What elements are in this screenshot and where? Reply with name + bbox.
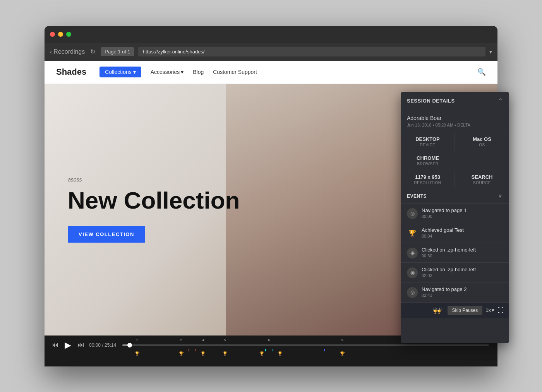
events-list: ◎ Navigated to page 1 00:00 🏆 Achieved g… xyxy=(401,204,509,302)
event-text-click1: Clicked on .zp-home-left 00:30 xyxy=(422,247,503,258)
skip-forward-button[interactable]: ⏭ xyxy=(76,340,86,350)
marker-5: 5 xyxy=(224,338,226,342)
blog-label: Blog xyxy=(193,69,204,75)
site-nav: Shades Collections ▾ Accessories ▾ Blog … xyxy=(45,61,497,84)
title-bar xyxy=(45,26,497,43)
refresh-button[interactable]: ↻ xyxy=(89,46,97,57)
close-button[interactable] xyxy=(50,32,55,37)
timeline-track[interactable]: 1 2 4 5 6 9 🏆 🏆 🏆 🏆 🏆 🏆 🏆 xyxy=(122,344,489,346)
panel-header: SESSION DETAILS ⌃ xyxy=(401,92,509,110)
url-bar[interactable]: https://zylker.online/shades/ xyxy=(138,47,485,56)
browser-dropdown-icon[interactable]: ▾ xyxy=(489,49,492,55)
total-time: 25:14 xyxy=(105,342,116,348)
spec-device: DESKTOP DEVICE xyxy=(401,132,455,151)
event-item-nav2[interactable]: ◎ Navigated to page 2 02:43 xyxy=(401,282,509,302)
support-label: Customer Support xyxy=(213,69,257,75)
event-trophy-1: 🏆 xyxy=(135,351,139,356)
event-item-goal[interactable]: 🏆 Achieved goal Test 00:04 xyxy=(401,223,509,243)
session-timezone: DELTA xyxy=(457,123,470,127)
device-value: DESKTOP xyxy=(407,136,448,142)
accessories-label: Accessories xyxy=(151,69,180,75)
os-value: Mac OS xyxy=(461,136,503,142)
browser-label: BROWSER xyxy=(407,162,449,166)
resolution-value: 1179 x 953 xyxy=(407,174,448,180)
current-time: 00:00 xyxy=(89,342,101,348)
click-marker-1 xyxy=(189,349,189,351)
skip-pauses-button[interactable]: Skip Pauses xyxy=(448,306,483,315)
speed-chevron-icon: ▾ xyxy=(492,307,494,313)
speed-control[interactable]: 1x ▾ xyxy=(485,307,494,313)
nav-blog[interactable]: Blog xyxy=(193,69,204,75)
event-text-nav2: Navigated to page 2 02:43 xyxy=(422,286,503,298)
event-time-goal: 00:04 xyxy=(422,234,503,238)
panel-collapse-button[interactable]: ⌃ xyxy=(498,97,503,104)
event-time-nav1: 00:00 xyxy=(422,214,503,219)
play-button[interactable]: ▶ xyxy=(63,339,73,351)
event-trophy-6: 🏆 xyxy=(278,351,282,356)
event-item-click1[interactable]: ◉ Clicked on .zp-home-left 00:30 xyxy=(401,243,509,263)
click-marker-3 xyxy=(265,349,266,351)
maximize-button[interactable] xyxy=(66,32,71,37)
spec-resolution: 1179 x 953 RESOLUTION xyxy=(401,170,455,189)
hero-content: asoss New Collection VIEW COLLECTION xyxy=(68,176,240,243)
skip-back-button[interactable]: ⏮ xyxy=(50,340,60,350)
event-name-click2: Clicked on .zp-home-left xyxy=(422,267,503,272)
view-collection-button[interactable]: VIEW COLLECTION xyxy=(68,226,145,243)
trophy-icon: 🏆 xyxy=(407,228,418,239)
session-date: Jun 13, 2018 xyxy=(407,123,432,127)
event-name-click1: Clicked on .zp-home-left xyxy=(422,247,503,253)
accessories-chevron-icon: ▾ xyxy=(181,69,184,75)
back-arrow-icon: ‹ xyxy=(50,48,52,55)
filter-icon[interactable]: ⛛ xyxy=(497,193,503,199)
spec-os: Mac OS OS xyxy=(455,132,509,151)
minimize-button[interactable] xyxy=(58,32,63,37)
event-trophy-4: 🏆 xyxy=(223,351,227,356)
event-item-nav1[interactable]: ◎ Navigated to page 1 00:00 xyxy=(401,204,509,223)
nav-accessories[interactable]: Accessories ▾ xyxy=(151,69,184,75)
hero-title: New Collection xyxy=(68,187,240,214)
events-title: EVENTS xyxy=(407,193,427,199)
search-icon[interactable]: 🔍 xyxy=(477,68,486,76)
session-time: 05:20 AM xyxy=(436,123,453,127)
session-panel: SESSION DETAILS ⌃ Adorable Boar Jun 13, … xyxy=(401,92,509,343)
back-button[interactable]: ‹ Recordings xyxy=(50,48,85,55)
spec-browser: CHROME BROWSER xyxy=(401,151,455,170)
resolution-label: RESOLUTION xyxy=(407,181,448,185)
collections-chevron-icon: ▾ xyxy=(133,69,136,75)
nav-collections[interactable]: Collections ▾ xyxy=(99,67,141,77)
marker-2: 2 xyxy=(180,338,182,342)
event-trophy-7: 🏆 xyxy=(340,351,345,356)
event-trophy-5: 🏆 xyxy=(259,351,264,356)
event-item-click2[interactable]: ◉ Clicked on .zp-home-left 02:03 xyxy=(401,263,509,282)
source-label: SOURCE xyxy=(461,181,503,185)
os-label: OS xyxy=(461,143,503,147)
spec-row2: 1179 x 953 RESOLUTION SEARCH SOURCE xyxy=(401,170,509,189)
mac-window: ‹ Recordings ↻ Page 1 of 1 https://zylke… xyxy=(45,26,497,366)
recordings-label: Recordings xyxy=(53,48,85,55)
marker-1: 1 xyxy=(136,338,138,342)
marker-4: 4 xyxy=(202,338,204,342)
event-time-click1: 00:30 xyxy=(422,253,503,258)
nav-icon: ◎ xyxy=(407,208,418,219)
click-icon-2: ◉ xyxy=(407,267,418,278)
time-display: 00:00 / 25:14 xyxy=(89,342,116,348)
session-info: Adorable Boar Jun 13, 2018 • 05:20 AM • … xyxy=(401,110,509,132)
spec-source: SEARCH SOURCE xyxy=(455,170,509,189)
hero-subtitle: asoss xyxy=(68,176,240,183)
event-text-goal: Achieved goal Test 00:04 xyxy=(422,227,503,238)
panel-title: SESSION DETAILS xyxy=(407,98,455,104)
event-time-nav2: 02:43 xyxy=(422,293,503,298)
collections-label: Collections xyxy=(105,69,131,75)
event-trophy-2: 🏆 xyxy=(179,351,184,356)
site-logo: Shades xyxy=(56,67,86,77)
expand-button[interactable]: ⛶ xyxy=(497,307,504,314)
click-icon-1: ◉ xyxy=(407,248,418,258)
event-text-nav1: Navigated to page 1 00:00 xyxy=(422,207,503,219)
nav-support[interactable]: Customer Support xyxy=(213,69,257,75)
event-name-nav1: Navigated to page 1 xyxy=(422,207,503,213)
event-name-goal: Achieved goal Test xyxy=(422,227,503,233)
event-name-nav2: Navigated to page 2 xyxy=(422,286,503,292)
speed-label: 1x xyxy=(485,307,491,313)
page-indicator: Page 1 of 1 xyxy=(101,47,134,56)
session-meta: Jun 13, 2018 • 05:20 AM • DELTA xyxy=(407,123,503,127)
